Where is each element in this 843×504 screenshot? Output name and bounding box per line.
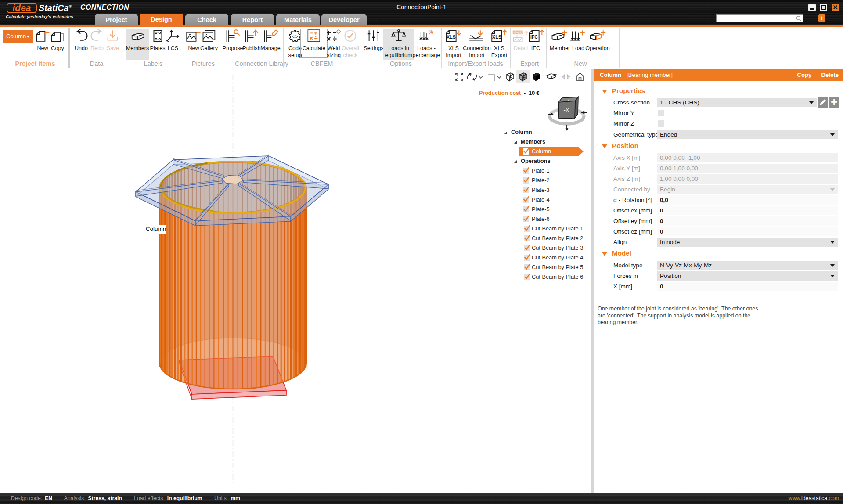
svg-text:</>: </> xyxy=(292,34,299,39)
svg-text:BETA: BETA xyxy=(513,30,523,35)
svg-text:IFC: IFC xyxy=(530,34,538,40)
svg-text:z: z xyxy=(568,97,569,101)
svg-text:XLS: XLS xyxy=(447,34,456,40)
svg-text:%: % xyxy=(429,29,433,35)
svg-text:-X: -X xyxy=(564,107,569,113)
svg-text:XLS: XLS xyxy=(492,34,501,40)
